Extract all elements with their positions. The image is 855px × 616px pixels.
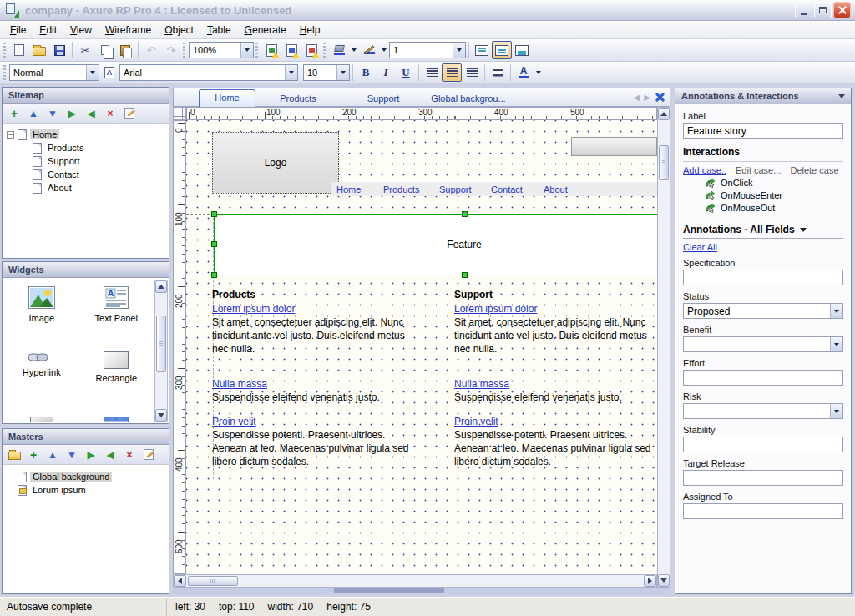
outdent-button[interactable]: ◀	[83, 105, 99, 121]
menu-generate[interactable]: Generate	[238, 22, 293, 38]
copy-button[interactable]	[95, 41, 115, 59]
status-dropdown-button[interactable]	[830, 304, 842, 318]
add-case-link[interactable]: Add case..	[683, 165, 726, 175]
zoom-combo[interactable]: 100%	[189, 42, 254, 58]
move-up-button[interactable]: ▲	[44, 447, 61, 462]
tab-products[interactable]: Products	[255, 92, 341, 104]
toolbar-grip[interactable]	[183, 43, 185, 58]
delete-case-link[interactable]: Delete case	[790, 165, 838, 175]
bold-button[interactable]: B	[356, 63, 376, 82]
scroll-down-button[interactable]	[658, 574, 670, 587]
add-master-button[interactable]: +	[25, 447, 42, 462]
status-select[interactable]: Proposed	[683, 303, 843, 319]
font-color-dropdown[interactable]	[534, 65, 544, 80]
align-right-button[interactable]	[462, 63, 482, 82]
close-button[interactable]	[833, 2, 851, 18]
menu-table[interactable]: Table	[200, 22, 238, 38]
clear-all-link[interactable]: Clear All	[683, 242, 717, 252]
menu-file[interactable]: File	[3, 22, 33, 38]
benefit-dropdown-button[interactable]	[830, 337, 842, 351]
event-onclick[interactable]: OnClick	[705, 178, 843, 188]
delete-master-button[interactable]: ×	[121, 447, 138, 462]
master-item-lorum-ipsum[interactable]: Lorum ipsum	[18, 483, 169, 497]
edit-case-link[interactable]: Edit case...	[736, 165, 781, 175]
pane-scroll-strip[interactable]	[173, 588, 670, 594]
annotations-panel-header[interactable]: Annotations & Interactions	[675, 88, 851, 104]
label-input[interactable]	[683, 123, 843, 139]
benefit-select[interactable]	[683, 336, 843, 352]
edit-master-button[interactable]	[140, 447, 157, 462]
new-button[interactable]	[9, 41, 29, 59]
wireframe-link[interactable]: Lorem ipsum dolor	[212, 302, 456, 316]
indent-button[interactable]: ▶	[83, 447, 99, 462]
widget-rectangle[interactable]: Rectangle	[95, 351, 137, 417]
selection-handle-bottom-left[interactable]	[211, 272, 217, 278]
widget-hyperlink[interactable]: Hyperlink	[23, 351, 61, 417]
nav-link-about[interactable]: About	[544, 184, 568, 194]
align-center-button[interactable]	[442, 63, 462, 82]
event-onmouseenter[interactable]: OnMouseEnter	[705, 190, 843, 200]
tab-home[interactable]: Home	[199, 89, 255, 107]
tree-item-about[interactable]: About	[3, 181, 169, 194]
undo-button[interactable]: ↶	[141, 41, 161, 59]
delete-page-button[interactable]: ×	[102, 105, 119, 121]
valign-bottom-button[interactable]	[512, 41, 532, 59]
logo-placeholder-widget[interactable]: Logo	[212, 132, 339, 194]
wireframe-link[interactable]: Lorem ipsum dolor	[454, 302, 657, 316]
scroll-up-button[interactable]	[658, 108, 670, 120]
redo-button[interactable]: ↷	[161, 41, 181, 59]
italic-button[interactable]: I	[376, 63, 396, 82]
menu-help[interactable]: Help	[293, 22, 327, 38]
generate-html-button[interactable]	[261, 41, 281, 59]
wireframe-canvas[interactable]: Logo Home Products Support Contact About…	[186, 120, 657, 574]
toolbar-grip[interactable]	[323, 43, 326, 58]
edit-styles-button[interactable]: A	[99, 63, 119, 82]
font-dropdown-button[interactable]	[285, 65, 297, 80]
generate-prototype-button[interactable]	[301, 41, 321, 59]
support-column[interactable]: Support Lorem ipsum dolor Sit amet, cons…	[454, 288, 657, 468]
align-left-button[interactable]	[422, 63, 442, 82]
nav-link-products[interactable]: Products	[383, 184, 419, 194]
wireframe-link[interactable]: Proin velit	[454, 415, 657, 428]
risk-dropdown-button[interactable]	[830, 404, 842, 418]
bullet-list-button[interactable]	[488, 63, 508, 82]
specification-input[interactable]	[683, 270, 843, 285]
font-color-button[interactable]: A	[514, 63, 534, 82]
maximize-button[interactable]	[814, 2, 832, 18]
wireframe-link[interactable]: Proin velit	[212, 415, 456, 428]
save-button[interactable]	[49, 41, 69, 59]
selection-handle-middle-left[interactable]	[211, 241, 217, 247]
minimize-button[interactable]	[795, 2, 812, 18]
zoom-dropdown-button[interactable]	[240, 43, 253, 58]
font-combo[interactable]: Arial	[119, 64, 298, 81]
line-width-dropdown-button[interactable]	[453, 43, 465, 58]
font-size-combo[interactable]: 10	[303, 64, 350, 81]
cut-button[interactable]: ✂	[75, 41, 95, 59]
move-down-button[interactable]: ▼	[63, 447, 80, 462]
menu-edit[interactable]: Edit	[33, 22, 63, 38]
edit-page-button[interactable]	[121, 105, 138, 121]
scroll-down-button[interactable]	[155, 409, 167, 422]
font-size-dropdown-button[interactable]	[336, 65, 349, 80]
products-column[interactable]: Products Lorem ipsum dolor Sit amet, con…	[212, 288, 456, 468]
nav-link-home[interactable]: Home	[336, 184, 361, 194]
scroll-left-button[interactable]	[174, 575, 186, 587]
paste-button[interactable]	[115, 41, 135, 59]
wireframe-link[interactable]: Nulla massa	[454, 377, 657, 391]
canvas-vertical-scrollbar[interactable]	[657, 107, 670, 588]
scrollbar-thumb[interactable]	[156, 316, 166, 372]
selection-handle-top-left[interactable]	[211, 211, 217, 217]
pane-scroll-thumb[interactable]	[334, 588, 444, 593]
tab-scroll-left-button[interactable]: ◀	[634, 93, 640, 102]
valign-middle-button[interactable]	[492, 41, 512, 59]
scroll-up-button[interactable]	[155, 280, 167, 293]
style-combo[interactable]: Normal	[9, 64, 99, 81]
menu-view[interactable]: View	[63, 22, 99, 38]
line-width-combo[interactable]: 1	[389, 42, 466, 58]
collapse-icon[interactable]: −	[7, 131, 14, 139]
feature-widget-selected[interactable]: Feature	[214, 214, 657, 275]
assigned-to-input[interactable]	[683, 503, 843, 519]
target-release-input[interactable]	[683, 470, 843, 486]
effort-input[interactable]	[683, 370, 843, 386]
toolbar-grip[interactable]	[3, 65, 6, 80]
